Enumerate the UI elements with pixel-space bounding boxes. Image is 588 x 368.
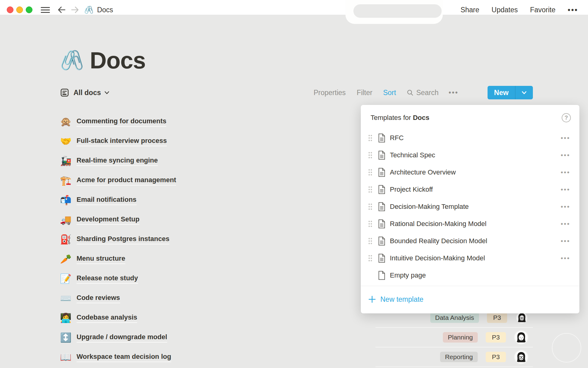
new-dropdown-chevron-icon[interactable] bbox=[515, 91, 533, 94]
doc-title[interactable]: Full-stack interview process bbox=[77, 137, 167, 146]
doc-emoji-icon: 🥕 bbox=[60, 255, 73, 264]
list-view-icon bbox=[60, 88, 69, 97]
close-window-button[interactable] bbox=[7, 6, 13, 13]
drag-handle-icon[interactable] bbox=[368, 220, 372, 228]
template-more-icon[interactable]: ••• bbox=[561, 237, 570, 245]
doc-title[interactable]: Real-time syncing engine bbox=[77, 156, 158, 166]
template-name[interactable]: RFC bbox=[390, 134, 404, 142]
doc-row[interactable]: ↕️ Upgrade / downgrade model Planning P3 bbox=[60, 328, 533, 347]
zoom-window-button[interactable] bbox=[26, 6, 32, 13]
menu-icon[interactable] bbox=[41, 7, 50, 13]
toolbar-more-icon[interactable]: ••• bbox=[449, 89, 458, 97]
favorite-button[interactable]: Favorite bbox=[530, 6, 556, 14]
search-button[interactable]: Search bbox=[407, 89, 439, 97]
drag-handle-icon[interactable] bbox=[368, 169, 372, 176]
highlight-pill bbox=[353, 4, 442, 18]
priority-badge[interactable]: P3 bbox=[486, 332, 506, 343]
template-row[interactable]: RFC ••• bbox=[361, 129, 579, 147]
template-name[interactable]: Project Kickoff bbox=[390, 186, 433, 194]
tag-badge[interactable]: Data Analysis bbox=[430, 312, 479, 323]
share-button[interactable]: Share bbox=[461, 6, 479, 14]
template-more-icon[interactable]: ••• bbox=[561, 186, 570, 193]
new-button[interactable]: New bbox=[488, 86, 533, 99]
page-title: Docs bbox=[90, 47, 145, 74]
doc-title[interactable]: Code reviews bbox=[77, 294, 120, 303]
properties-button[interactable]: Properties bbox=[314, 89, 346, 97]
doc-title[interactable]: Sharding Postgres instances bbox=[77, 235, 169, 244]
search-label: Search bbox=[416, 89, 439, 97]
template-row[interactable]: Rational Decision-Making Model ••• bbox=[361, 215, 579, 232]
templates-panel-title: Templates for Docs bbox=[371, 114, 429, 122]
window-title: Docs bbox=[97, 6, 113, 14]
doc-emoji-icon: ↕️ bbox=[60, 333, 73, 342]
template-more-icon[interactable]: ••• bbox=[561, 151, 570, 159]
sort-button[interactable]: Sort bbox=[383, 89, 396, 97]
priority-badge[interactable]: P3 bbox=[487, 312, 507, 323]
template-more-icon[interactable]: ••• bbox=[561, 134, 570, 142]
doc-emoji-icon: 🙊 bbox=[60, 117, 73, 126]
template-row[interactable]: Architecture Overview ••• bbox=[361, 164, 579, 181]
template-name[interactable]: Bounded Reality Decision Model bbox=[390, 237, 487, 245]
drag-handle-icon[interactable] bbox=[368, 203, 372, 210]
document-icon bbox=[378, 151, 386, 160]
drag-handle-icon[interactable] bbox=[368, 134, 372, 142]
filter-button[interactable]: Filter bbox=[357, 89, 372, 97]
avatar[interactable] bbox=[515, 331, 527, 343]
empty-page-row[interactable]: Empty page bbox=[361, 267, 579, 284]
doc-title[interactable]: Commenting for documents bbox=[77, 117, 166, 127]
template-row[interactable]: Technical Spec ••• bbox=[361, 147, 579, 164]
doc-title[interactable]: Upgrade / downgrade model bbox=[77, 333, 167, 343]
avatar[interactable] bbox=[516, 312, 527, 323]
doc-title[interactable]: Email notifications bbox=[77, 196, 137, 205]
empty-page-label[interactable]: Empty page bbox=[390, 271, 426, 279]
doc-row-properties: Planning P3 bbox=[375, 328, 533, 347]
cursor-halo bbox=[552, 333, 581, 362]
doc-emoji-icon: ⌨️ bbox=[60, 294, 73, 303]
doc-title[interactable]: Acme for product management bbox=[77, 176, 176, 186]
template-name[interactable]: Intuitive Decision-Making Model bbox=[390, 254, 485, 262]
template-row[interactable]: Decision-Making Template ••• bbox=[361, 198, 579, 215]
forward-icon[interactable] bbox=[71, 6, 79, 13]
minimize-window-button[interactable] bbox=[16, 6, 23, 13]
drag-handle-icon[interactable] bbox=[368, 237, 372, 245]
template-more-icon[interactable]: ••• bbox=[561, 203, 570, 210]
document-icon bbox=[378, 133, 386, 143]
doc-emoji-icon: 🤝 bbox=[60, 137, 73, 146]
chevron-down-icon bbox=[104, 91, 109, 94]
view-selector[interactable]: All docs bbox=[60, 86, 109, 99]
drag-handle-icon[interactable] bbox=[368, 151, 372, 159]
back-icon[interactable] bbox=[57, 6, 66, 13]
template-row[interactable]: Project Kickoff ••• bbox=[361, 181, 579, 198]
template-name[interactable]: Architecture Overview bbox=[390, 168, 456, 176]
updates-button[interactable]: Updates bbox=[492, 6, 518, 14]
template-row[interactable]: Intuitive Decision-Making Model ••• bbox=[361, 250, 579, 267]
help-icon[interactable]: ? bbox=[562, 113, 571, 122]
template-more-icon[interactable]: ••• bbox=[561, 220, 570, 228]
doc-title[interactable]: Release note study bbox=[77, 274, 138, 284]
doc-title[interactable]: Codebase analysis bbox=[77, 313, 137, 323]
template-name[interactable]: Technical Spec bbox=[390, 151, 435, 159]
template-name[interactable]: Rational Decision-Making Model bbox=[390, 220, 486, 228]
search-icon bbox=[407, 89, 413, 96]
template-name[interactable]: Decision-Making Template bbox=[390, 203, 469, 211]
doc-row[interactable]: 📖 Workspace team decision log Reporting … bbox=[60, 347, 533, 367]
page-paperclip-icon: 🖇️ bbox=[84, 6, 93, 13]
new-button-label: New bbox=[488, 89, 515, 97]
more-actions-icon[interactable]: ••• bbox=[568, 6, 578, 14]
page-header: 🖇️ Docs bbox=[60, 45, 145, 75]
new-template-button[interactable]: New template bbox=[361, 286, 579, 312]
drag-handle-icon[interactable] bbox=[368, 186, 372, 193]
drag-handle-icon[interactable] bbox=[368, 255, 372, 262]
doc-title[interactable]: Menu structure bbox=[77, 255, 125, 264]
doc-emoji-icon: 🚂 bbox=[60, 156, 73, 166]
template-more-icon[interactable]: ••• bbox=[561, 255, 570, 262]
doc-title[interactable]: Development Setup bbox=[77, 215, 139, 225]
doc-title[interactable]: Workspace team decision log bbox=[77, 353, 171, 362]
priority-badge[interactable]: P3 bbox=[486, 352, 506, 362]
template-row[interactable]: Bounded Reality Decision Model ••• bbox=[361, 232, 579, 250]
tag-badge[interactable]: Planning bbox=[443, 332, 478, 343]
tag-badge[interactable]: Reporting bbox=[440, 352, 478, 362]
template-more-icon[interactable]: ••• bbox=[561, 169, 570, 176]
templates-panel-header: Templates for Docs ? bbox=[361, 105, 579, 125]
avatar[interactable] bbox=[515, 351, 527, 363]
